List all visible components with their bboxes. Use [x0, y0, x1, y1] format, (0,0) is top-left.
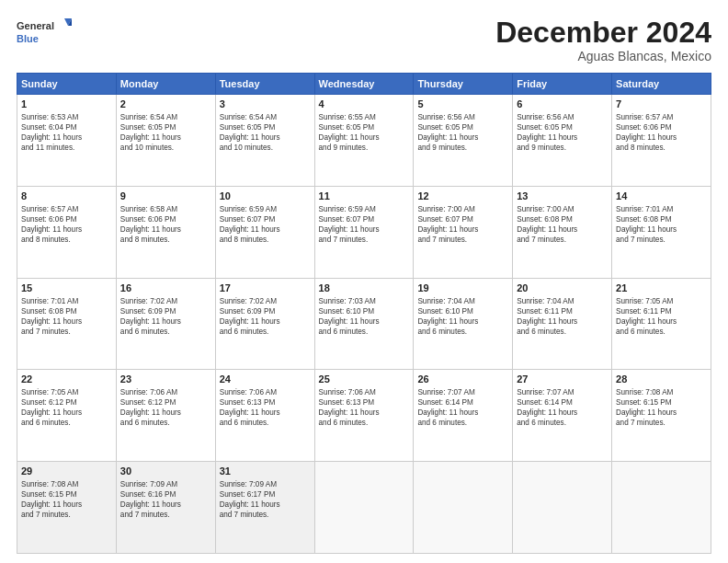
logo: General Blue [17, 17, 72, 52]
calendar-table: SundayMondayTuesdayWednesdayThursdayFrid… [17, 73, 711, 554]
calendar-cell: 23Sunrise: 7:06 AM Sunset: 6:12 PM Dayli… [116, 370, 215, 462]
day-detail: Sunrise: 6:54 AM Sunset: 6:05 PM Dayligh… [120, 112, 211, 153]
day-number: 19 [417, 282, 508, 295]
day-number: 17 [220, 282, 311, 295]
calendar-cell: 18Sunrise: 7:03 AM Sunset: 6:10 PM Dayli… [314, 278, 414, 370]
day-number: 16 [120, 282, 211, 295]
calendar-cell: 1Sunrise: 6:53 AM Sunset: 6:04 PM Daylig… [17, 95, 117, 187]
month-title: December 2024 [495, 17, 711, 49]
day-detail: Sunrise: 6:57 AM Sunset: 6:06 PM Dayligh… [616, 112, 707, 153]
calendar-cell: 15Sunrise: 7:01 AM Sunset: 6:08 PM Dayli… [17, 278, 117, 370]
day-detail: Sunrise: 7:00 AM Sunset: 6:07 PM Dayligh… [417, 204, 508, 245]
day-number: 26 [417, 373, 508, 386]
day-detail: Sunrise: 7:06 AM Sunset: 6:13 PM Dayligh… [319, 387, 410, 428]
day-detail: Sunrise: 7:05 AM Sunset: 6:12 PM Dayligh… [21, 387, 112, 428]
day-detail: Sunrise: 7:05 AM Sunset: 6:11 PM Dayligh… [616, 296, 707, 337]
calendar-week-2: 8Sunrise: 6:57 AM Sunset: 6:06 PM Daylig… [17, 186, 711, 278]
day-detail: Sunrise: 7:07 AM Sunset: 6:14 PM Dayligh… [417, 387, 508, 428]
day-detail: Sunrise: 7:00 AM Sunset: 6:08 PM Dayligh… [517, 204, 608, 245]
calendar-header-sunday: Sunday [17, 74, 117, 95]
day-detail: Sunrise: 6:55 AM Sunset: 6:05 PM Dayligh… [319, 112, 410, 153]
day-number: 14 [616, 190, 707, 203]
calendar-cell: 26Sunrise: 7:07 AM Sunset: 6:14 PM Dayli… [414, 370, 513, 462]
day-number: 27 [517, 373, 608, 386]
day-number: 29 [21, 465, 112, 478]
page: General Blue December 2024 Aguas Blancas… [0, 0, 728, 563]
calendar-cell [314, 462, 414, 554]
calendar-cell: 24Sunrise: 7:06 AM Sunset: 6:13 PM Dayli… [215, 370, 314, 462]
day-detail: Sunrise: 7:06 AM Sunset: 6:13 PM Dayligh… [220, 387, 311, 428]
calendar-header-monday: Monday [116, 74, 215, 95]
calendar-cell: 20Sunrise: 7:04 AM Sunset: 6:11 PM Dayli… [513, 278, 612, 370]
header: General Blue December 2024 Aguas Blancas… [17, 17, 711, 63]
day-number: 23 [120, 373, 211, 386]
day-detail: Sunrise: 7:01 AM Sunset: 6:08 PM Dayligh… [616, 204, 707, 245]
calendar-header-friday: Friday [513, 74, 612, 95]
day-number: 12 [417, 190, 508, 203]
day-detail: Sunrise: 7:04 AM Sunset: 6:11 PM Dayligh… [517, 296, 608, 337]
day-number: 22 [21, 373, 112, 386]
calendar-cell: 25Sunrise: 7:06 AM Sunset: 6:13 PM Dayli… [314, 370, 414, 462]
calendar-cell: 30Sunrise: 7:09 AM Sunset: 6:16 PM Dayli… [116, 462, 215, 554]
calendar-cell: 10Sunrise: 6:59 AM Sunset: 6:07 PM Dayli… [215, 186, 314, 278]
calendar-cell: 22Sunrise: 7:05 AM Sunset: 6:12 PM Dayli… [17, 370, 117, 462]
day-number: 31 [220, 465, 311, 478]
day-number: 8 [21, 190, 112, 203]
calendar-cell: 13Sunrise: 7:00 AM Sunset: 6:08 PM Dayli… [513, 186, 612, 278]
calendar-cell: 28Sunrise: 7:08 AM Sunset: 6:15 PM Dayli… [612, 370, 711, 462]
calendar-header-row: SundayMondayTuesdayWednesdayThursdayFrid… [17, 74, 711, 95]
day-number: 18 [319, 282, 410, 295]
day-number: 11 [319, 190, 410, 203]
day-number: 10 [220, 190, 311, 203]
day-number: 4 [319, 98, 410, 111]
calendar-cell [612, 462, 711, 554]
day-detail: Sunrise: 6:59 AM Sunset: 6:07 PM Dayligh… [319, 204, 410, 245]
calendar-cell: 19Sunrise: 7:04 AM Sunset: 6:10 PM Dayli… [414, 278, 513, 370]
calendar-cell: 29Sunrise: 7:08 AM Sunset: 6:15 PM Dayli… [17, 462, 117, 554]
calendar-week-1: 1Sunrise: 6:53 AM Sunset: 6:04 PM Daylig… [17, 95, 711, 187]
day-number: 28 [616, 373, 707, 386]
day-detail: Sunrise: 7:09 AM Sunset: 6:17 PM Dayligh… [220, 479, 311, 520]
calendar-cell: 8Sunrise: 6:57 AM Sunset: 6:06 PM Daylig… [17, 186, 117, 278]
day-number: 5 [417, 98, 508, 111]
day-number: 7 [616, 98, 707, 111]
day-detail: Sunrise: 6:58 AM Sunset: 6:06 PM Dayligh… [120, 204, 211, 245]
day-detail: Sunrise: 7:04 AM Sunset: 6:10 PM Dayligh… [417, 296, 508, 337]
calendar-cell: 11Sunrise: 6:59 AM Sunset: 6:07 PM Dayli… [314, 186, 414, 278]
day-number: 21 [616, 282, 707, 295]
day-detail: Sunrise: 6:54 AM Sunset: 6:05 PM Dayligh… [220, 112, 311, 153]
svg-text:General: General [17, 20, 54, 31]
day-number: 13 [517, 190, 608, 203]
day-detail: Sunrise: 7:07 AM Sunset: 6:14 PM Dayligh… [517, 387, 608, 428]
calendar-cell: 4Sunrise: 6:55 AM Sunset: 6:05 PM Daylig… [314, 95, 414, 187]
day-detail: Sunrise: 7:09 AM Sunset: 6:16 PM Dayligh… [120, 479, 211, 520]
day-detail: Sunrise: 7:03 AM Sunset: 6:10 PM Dayligh… [319, 296, 410, 337]
calendar-cell: 27Sunrise: 7:07 AM Sunset: 6:14 PM Dayli… [513, 370, 612, 462]
title-block: December 2024 Aguas Blancas, Mexico [495, 17, 711, 63]
day-detail: Sunrise: 7:01 AM Sunset: 6:08 PM Dayligh… [21, 296, 112, 337]
day-detail: Sunrise: 6:59 AM Sunset: 6:07 PM Dayligh… [220, 204, 311, 245]
svg-text:Blue: Blue [17, 33, 39, 44]
calendar-cell: 16Sunrise: 7:02 AM Sunset: 6:09 PM Dayli… [116, 278, 215, 370]
calendar-cell [513, 462, 612, 554]
calendar-cell: 5Sunrise: 6:56 AM Sunset: 6:05 PM Daylig… [414, 95, 513, 187]
day-detail: Sunrise: 6:56 AM Sunset: 6:05 PM Dayligh… [417, 112, 508, 153]
day-detail: Sunrise: 7:02 AM Sunset: 6:09 PM Dayligh… [120, 296, 211, 337]
day-detail: Sunrise: 6:57 AM Sunset: 6:06 PM Dayligh… [21, 204, 112, 245]
day-number: 15 [21, 282, 112, 295]
calendar-cell: 12Sunrise: 7:00 AM Sunset: 6:07 PM Dayli… [414, 186, 513, 278]
calendar-week-3: 15Sunrise: 7:01 AM Sunset: 6:08 PM Dayli… [17, 278, 711, 370]
calendar-cell: 3Sunrise: 6:54 AM Sunset: 6:05 PM Daylig… [215, 95, 314, 187]
day-number: 24 [220, 373, 311, 386]
day-number: 2 [120, 98, 211, 111]
day-number: 6 [517, 98, 608, 111]
calendar-cell: 7Sunrise: 6:57 AM Sunset: 6:06 PM Daylig… [612, 95, 711, 187]
calendar-cell [414, 462, 513, 554]
day-number: 3 [220, 98, 311, 111]
day-number: 1 [21, 98, 112, 111]
day-detail: Sunrise: 6:53 AM Sunset: 6:04 PM Dayligh… [21, 112, 112, 153]
calendar-cell: 2Sunrise: 6:54 AM Sunset: 6:05 PM Daylig… [116, 95, 215, 187]
day-detail: Sunrise: 6:56 AM Sunset: 6:05 PM Dayligh… [517, 112, 608, 153]
calendar-cell: 31Sunrise: 7:09 AM Sunset: 6:17 PM Dayli… [215, 462, 314, 554]
calendar-header-saturday: Saturday [612, 74, 711, 95]
